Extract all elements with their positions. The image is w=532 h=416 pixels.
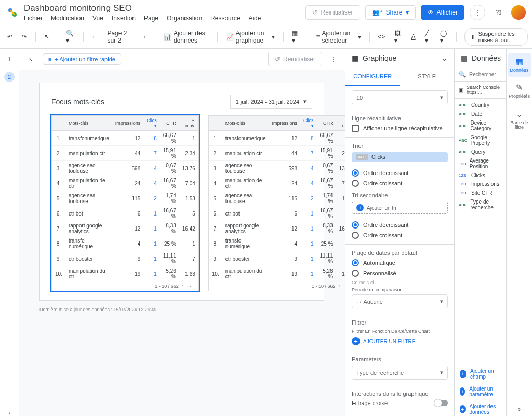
page-thumb-2[interactable]: 2 xyxy=(4,72,15,82)
date-auto-radio[interactable] xyxy=(352,259,359,266)
field-type-de-recherche[interactable]: ABCType de recherche xyxy=(455,197,506,212)
rail-data[interactable]: ▦Données xyxy=(508,53,531,77)
field-site-ctr[interactable]: 123Site CTR xyxy=(455,189,506,197)
menu-help[interactable]: Aide xyxy=(248,15,261,22)
table-row[interactable]: 9.ctr booster9111,11 %7 xyxy=(209,251,345,266)
add-chart-button[interactable]: 📈 Ajouter un graphique ▾ xyxy=(223,28,278,46)
table-row[interactable]: 7.rapport google analytics1218,33 %16,42 xyxy=(52,221,198,236)
table-row[interactable]: 1.transfonumerique12866,67 %1 xyxy=(209,131,345,146)
sort2-desc-radio[interactable] xyxy=(352,221,359,229)
url-embed-icon[interactable]: <> xyxy=(375,31,388,43)
table1-next[interactable]: › xyxy=(190,284,191,289)
date-range-picker[interactable]: 1 juil. 2024 - 31 juil. 2024▾ xyxy=(230,95,312,109)
sort-desc-radio[interactable] xyxy=(352,169,359,177)
menu-view[interactable]: Vue xyxy=(92,15,103,22)
field-google-property[interactable]: ABCGoogle Property xyxy=(455,133,506,147)
tab-configure[interactable]: CONFIGURER xyxy=(345,68,400,86)
table-row[interactable]: 5.agence sea toulouse11521,74 %1,53 xyxy=(209,191,345,206)
undo-button[interactable]: ↶ xyxy=(4,31,16,43)
date-custom-radio[interactable] xyxy=(352,270,359,277)
field-country[interactable]: ABCCountry xyxy=(455,101,506,110)
user-avatar[interactable] xyxy=(511,5,526,20)
table-row[interactable]: 9.ctr booster9111,11 %7 xyxy=(52,251,198,266)
table-row[interactable]: 1.transfonumerique12866,67 %1 xyxy=(52,131,198,146)
crossfilter-toggle[interactable] xyxy=(434,400,448,406)
table-row[interactable]: 8.transfo numérique4125 %1 xyxy=(52,236,198,251)
add-data-button-bottom[interactable]: +Ajouter des données xyxy=(455,400,506,416)
table-row[interactable]: 10.manipulation du ctr1915,26 %1,63 xyxy=(52,266,198,281)
text-icon[interactable]: A xyxy=(408,31,419,43)
community-viz-button[interactable]: ▦ ▾ xyxy=(289,28,302,46)
menu-edit[interactable]: Modification xyxy=(51,15,84,22)
page-indicator[interactable]: Page 2 sur 2 xyxy=(104,28,134,46)
menu-resource[interactable]: Ressource xyxy=(210,15,240,22)
report-canvas[interactable]: Focus mots-clés 1 juil. 2024 - 31 juil. … xyxy=(19,70,345,416)
add-control-button[interactable]: ≡ Ajouter un sélecteur ▾ xyxy=(313,28,364,46)
sort-asc-radio[interactable] xyxy=(352,180,359,187)
document-title[interactable]: Dashboard monitoring SEO xyxy=(24,3,305,14)
add-sort-chip[interactable]: +Ajouter un tri xyxy=(352,202,448,214)
collapse-nav-icon[interactable]: › xyxy=(4,408,15,416)
table1-prev[interactable]: ‹ xyxy=(182,284,183,289)
rows-per-page-select[interactable]: 10▾ xyxy=(352,90,448,104)
table-row[interactable]: 2.manipulation ctr44715,91 %2,34 xyxy=(52,146,198,161)
table-row[interactable]: 7.rapport google analytics1218,33 %16,42 xyxy=(209,221,345,236)
next-page-button[interactable]: → xyxy=(137,31,150,43)
redo-button[interactable]: ↷ xyxy=(19,31,30,43)
page-thumb-1[interactable]: 1 xyxy=(4,54,15,64)
table-row[interactable]: 8.transfo numérique4125 %1 xyxy=(209,236,345,251)
compare-period-select[interactable]: ↔ Aucune▾ xyxy=(352,294,448,308)
summary-checkbox[interactable] xyxy=(352,125,359,132)
table-row[interactable]: 3.agence seo toulouse59840,67 %13,76 xyxy=(209,161,345,176)
reset-button[interactable]: ↺ Réinitialiser xyxy=(305,5,360,20)
menu-insert[interactable]: Insertion xyxy=(112,15,136,22)
tab-style[interactable]: STYLE xyxy=(400,68,455,86)
field-average-position[interactable]: 123Average Position xyxy=(455,156,506,171)
menu-file[interactable]: Fichier xyxy=(24,15,43,22)
keyword-table-2[interactable]: Mots-clésImpressionsClics ▾CTRP. moy.1.t… xyxy=(208,115,345,291)
zoom-button[interactable]: 🔍 ▾ xyxy=(63,28,77,46)
table-row[interactable]: 10.manipulation du ctr1915,26 %1,63 xyxy=(209,266,345,281)
table-row[interactable]: 4.manipulation de ctr24416,67 %7,04 xyxy=(52,176,198,191)
table-row[interactable]: 5.agence sea toulouse11521,74 %1,53 xyxy=(52,191,198,206)
table2-prev[interactable]: ‹ xyxy=(339,284,340,289)
add-field-button[interactable]: +Ajouter un champ xyxy=(455,365,506,383)
line-icon[interactable]: ╱ ▾ xyxy=(422,28,434,46)
more-options-button[interactable]: ⋮ xyxy=(470,5,485,20)
add-data-button[interactable]: 📊 Ajouter des données xyxy=(161,28,212,46)
prev-page-button[interactable]: ← xyxy=(88,31,101,43)
params-select[interactable]: Type de recherche▾ xyxy=(352,366,448,380)
table-row[interactable]: 4.manipulation de ctr24416,67 %7,04 xyxy=(209,176,345,191)
keyword-table-1[interactable]: Mots-clésImpressionsClics ▾CTRP. moy.1.t… xyxy=(51,115,199,291)
pause-updates-button[interactable]: ⏸ Suspendre les mises à jour xyxy=(464,28,528,46)
add-quick-filter-button[interactable]: ≡ + Ajouter un filtre rapide xyxy=(43,53,121,65)
share-button[interactable]: 👥⁺ Share ▾ xyxy=(365,5,416,20)
sort-field-chip[interactable]: AUTClicks xyxy=(352,152,448,162)
add-filter-button[interactable]: +AJOUTER UN FILTRE xyxy=(352,337,415,345)
rail-properties[interactable]: ✎Propriétés xyxy=(508,79,531,103)
view-button[interactable]: 👁 Afficher xyxy=(421,5,464,20)
field-clicks[interactable]: 123Clicks xyxy=(455,171,506,180)
rail-filters[interactable]: ⌄Barre de filtre xyxy=(508,105,531,135)
field-query[interactable]: ABCQuery xyxy=(455,147,506,156)
rail-collapse[interactable]: › xyxy=(508,400,531,416)
menu-arrange[interactable]: Organisation xyxy=(167,15,202,22)
field-search-input[interactable] xyxy=(469,72,500,77)
sort2-asc-radio[interactable] xyxy=(352,232,359,239)
help-icon[interactable]: ?⃝ xyxy=(490,5,506,20)
table-row[interactable]: 6.ctr bot6116,67 %5 xyxy=(209,206,345,221)
field-impressions[interactable]: 123Impressions xyxy=(455,180,506,189)
image-icon[interactable]: 🖼 ▾ xyxy=(391,28,405,46)
field-date[interactable]: ABCDate xyxy=(455,110,506,118)
select-tool[interactable]: ↖ xyxy=(41,31,52,43)
table-row[interactable]: 6.ctr bot6116,67 %5 xyxy=(52,206,198,221)
data-source-row[interactable]: ▣ Search Console https:... xyxy=(455,82,506,99)
shape-icon[interactable]: ◯ ▾ xyxy=(437,28,451,46)
table-row[interactable]: 3.agence seo toulouse59840,67 %13,76 xyxy=(52,161,198,176)
canvas-reset-button[interactable]: ↺ Réinitialiser xyxy=(268,52,322,66)
table-row[interactable]: 2.manipulation ctr44715,91 %2,34 xyxy=(209,146,345,161)
chart-type-dropdown-icon[interactable]: ⌄ xyxy=(442,54,448,62)
field-device-category[interactable]: ABCDevice Category xyxy=(455,118,506,133)
menu-page[interactable]: Page xyxy=(144,15,158,22)
filter-icon[interactable]: ⌥ xyxy=(24,53,37,65)
